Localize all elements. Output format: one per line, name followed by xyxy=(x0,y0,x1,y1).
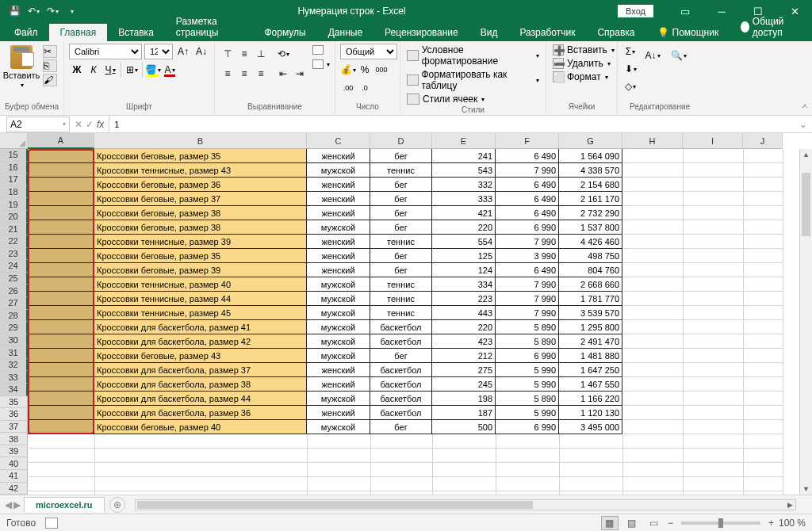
cell[interactable]: 6 990 xyxy=(496,349,559,363)
ribbon-options-icon[interactable]: ▭ xyxy=(668,0,703,22)
row-header[interactable]: 20 xyxy=(0,211,28,223)
cell[interactable]: 1 647 250 xyxy=(559,363,622,377)
cell[interactable] xyxy=(28,392,94,406)
cell[interactable] xyxy=(28,334,94,349)
row-header[interactable]: 36 xyxy=(0,408,28,421)
cell[interactable]: 2 491 470 xyxy=(559,334,622,349)
cell[interactable]: женский xyxy=(307,263,370,277)
row-header[interactable]: 31 xyxy=(0,346,28,359)
cell[interactable]: 5 890 xyxy=(496,334,559,349)
cell[interactable]: 5 890 xyxy=(496,392,559,406)
grow-font-icon[interactable]: A↑ xyxy=(175,44,191,59)
accounting-icon[interactable]: 💰▾ xyxy=(340,62,356,78)
tab-formulas[interactable]: Формулы xyxy=(253,24,316,41)
dec-indent-icon[interactable]: ⇤ xyxy=(275,66,291,82)
cell[interactable]: 7 990 xyxy=(496,292,559,306)
cell[interactable]: 6 990 xyxy=(496,220,559,235)
align-left-icon[interactable]: ≡ xyxy=(220,66,236,82)
cell[interactable]: Кроссовки теннисные, размер 45 xyxy=(94,306,307,320)
cell[interactable]: бег xyxy=(370,220,432,235)
cell[interactable]: 333 xyxy=(432,192,496,206)
collapse-ribbon-icon[interactable]: ㅅ xyxy=(801,101,809,112)
cell[interactable]: 443 xyxy=(432,306,496,320)
fx-icon[interactable]: fx xyxy=(97,119,104,130)
copy-icon[interactable]: ⎘ xyxy=(43,59,57,72)
percent-icon[interactable]: % xyxy=(357,62,373,78)
cell[interactable]: 198 xyxy=(432,392,496,406)
cell-styles-button[interactable]: Стили ячеек▾ xyxy=(405,93,541,105)
fill-icon[interactable]: ⬇▾ xyxy=(622,61,638,77)
zoom-in-icon[interactable]: + xyxy=(768,518,774,529)
page-break-view-icon[interactable]: ▭ xyxy=(645,516,663,530)
cell[interactable]: 4 426 460 xyxy=(559,235,622,249)
cell[interactable]: 3 990 xyxy=(496,249,559,263)
cell[interactable]: баскетбол xyxy=(370,406,432,420)
paste-button[interactable]: Вставить ▾ xyxy=(5,44,38,90)
cell[interactable]: Кроссовки беговые, размер 38 xyxy=(94,220,307,235)
row-header[interactable]: 30 xyxy=(0,334,28,347)
tab-home[interactable]: Главная xyxy=(49,24,108,41)
row-header[interactable]: 15 xyxy=(0,149,28,162)
tab-view[interactable]: Вид xyxy=(469,24,509,41)
cell[interactable]: Кроссовки беговые, размер 39 xyxy=(94,263,307,277)
cell[interactable]: 4 338 570 xyxy=(559,163,622,178)
cell[interactable]: 212 xyxy=(432,349,496,363)
find-select-icon[interactable]: 🔍▾ xyxy=(667,44,691,67)
cell[interactable]: женский xyxy=(307,178,370,192)
cell[interactable]: 500 xyxy=(432,420,496,434)
cell[interactable]: 1 564 090 xyxy=(559,149,622,163)
dec-decimal-icon[interactable]: .0 xyxy=(357,80,373,96)
login-button[interactable]: Вход xyxy=(618,5,653,17)
italic-button[interactable]: К xyxy=(86,62,102,78)
share-button[interactable]: Общий доступ xyxy=(730,13,812,41)
font-color-icon[interactable]: A▾ xyxy=(162,62,178,78)
cell[interactable]: 5 990 xyxy=(496,377,559,392)
cell[interactable]: Кроссовки для баскетбола, размер 44 xyxy=(94,392,307,406)
cell[interactable]: 7 990 xyxy=(496,163,559,178)
row-header[interactable]: 29 xyxy=(0,322,28,334)
cell[interactable]: теннис xyxy=(370,306,432,320)
row-header[interactable]: 28 xyxy=(0,310,28,323)
tab-file[interactable]: Файл xyxy=(3,24,49,41)
cell[interactable]: теннис xyxy=(370,163,432,178)
cell[interactable]: 1 467 550 xyxy=(559,377,622,392)
number-format-select[interactable]: Общий xyxy=(340,44,397,59)
cell[interactable]: 125 xyxy=(432,249,496,263)
row-header[interactable]: 40 xyxy=(0,457,28,470)
cell[interactable]: Кроссовки беговые, размер 36 xyxy=(94,178,307,192)
cell[interactable]: женский xyxy=(307,406,370,420)
cell[interactable] xyxy=(28,206,94,220)
cell[interactable] xyxy=(28,349,94,363)
align-middle-icon[interactable]: ≡ xyxy=(236,46,252,62)
sort-filter-icon[interactable]: A↓▾ xyxy=(641,44,665,67)
cell[interactable] xyxy=(28,320,94,334)
cell[interactable]: 334 xyxy=(432,277,496,292)
font-size-select[interactable]: 12 xyxy=(144,44,173,59)
cell[interactable]: 241 xyxy=(432,149,496,163)
row-header[interactable]: 35 xyxy=(0,396,28,409)
cell[interactable]: мужской xyxy=(307,277,370,292)
inc-indent-icon[interactable]: ⇥ xyxy=(292,66,308,82)
tab-help[interactable]: Справка xyxy=(586,24,645,41)
horizontal-scrollbar[interactable]: ◀▶ xyxy=(135,499,796,510)
qat-customize-icon[interactable]: ▾ xyxy=(63,3,79,19)
format-table-button[interactable]: Форматировать как таблицу▾ xyxy=(405,68,541,92)
cell[interactable]: Кроссовки для баскетбола, размер 38 xyxy=(94,377,307,392)
cell[interactable]: баскетбол xyxy=(370,320,432,334)
cell[interactable] xyxy=(28,163,94,178)
cell[interactable]: Кроссовки беговые, размер 37 xyxy=(94,192,307,206)
cell[interactable]: бег xyxy=(370,192,432,206)
cell[interactable]: 7 990 xyxy=(496,277,559,292)
cell[interactable]: мужской xyxy=(307,349,370,363)
cell[interactable]: 220 xyxy=(432,220,496,235)
column-header-I[interactable]: I xyxy=(683,133,743,149)
cell[interactable]: мужской xyxy=(307,306,370,320)
undo-icon[interactable]: ↶▾ xyxy=(25,3,41,19)
cell[interactable]: 498 750 xyxy=(559,249,622,263)
comma-icon[interactable]: 000 xyxy=(373,62,389,78)
cell[interactable] xyxy=(28,377,94,392)
column-header-J[interactable]: J xyxy=(743,133,783,149)
cell[interactable]: Кроссовки для баскетбола, размер 42 xyxy=(94,334,307,349)
select-all-button[interactable] xyxy=(0,133,28,149)
cell[interactable]: 554 xyxy=(432,235,496,249)
